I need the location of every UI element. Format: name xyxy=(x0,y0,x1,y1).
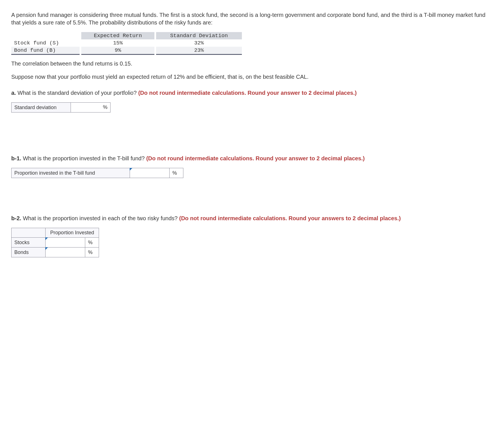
tbill-input-cell[interactable] xyxy=(130,168,170,178)
col-proportion: Proportion Invested xyxy=(46,228,99,238)
col-blank xyxy=(12,228,46,238)
question-a: a. What is the standard deviation of you… xyxy=(11,89,493,97)
q-hint: (Do not round intermediate calculations.… xyxy=(138,90,357,96)
table-row: Bond fund (B) 9% 23% xyxy=(11,47,242,55)
row-er: 15% xyxy=(80,39,155,47)
indicator-icon xyxy=(45,247,48,250)
table-row: Bonds % xyxy=(12,248,99,257)
answer-table-b2: Proportion Invested Stocks % Bonds % xyxy=(11,228,99,257)
unit-label: % xyxy=(85,248,99,257)
q-label: a. xyxy=(11,90,16,96)
answer-table-b1: Proportion invested in the T-bill fund % xyxy=(11,168,183,178)
row-sd: 32% xyxy=(155,39,242,47)
indicator-icon xyxy=(45,237,48,240)
q-hint: (Do not round intermediate calculations.… xyxy=(179,215,401,221)
q-text: What is the proportion invested in the T… xyxy=(23,155,146,161)
row-sd: 23% xyxy=(155,47,242,55)
bonds-input[interactable] xyxy=(58,249,82,255)
row-label: Proportion invested in the T-bill fund xyxy=(12,168,130,178)
tbill-input[interactable] xyxy=(143,170,166,176)
unit-label: % xyxy=(170,168,183,178)
intro-paragraph: A pension fund manager is considering th… xyxy=(11,11,493,26)
row-label: Stocks xyxy=(12,238,46,248)
bonds-input-cell[interactable] xyxy=(46,248,85,257)
unit-label: % xyxy=(85,238,99,248)
col-blank xyxy=(11,32,80,39)
correlation-text: The correlation between the fund returns… xyxy=(11,60,493,68)
q-text: What is the proportion invested in each … xyxy=(23,215,179,221)
q-label: b-1. xyxy=(11,155,21,161)
stocks-input-cell[interactable] xyxy=(46,238,85,248)
table-row: Stock fund (S) 15% 32% xyxy=(11,39,242,47)
row-label: Bond fund (B) xyxy=(11,47,80,55)
q-label: b-2. xyxy=(11,215,21,221)
indicator-icon xyxy=(130,168,132,171)
std-dev-input-cell[interactable]: % xyxy=(71,103,111,112)
suppose-text: Suppose now that your portfolio must yie… xyxy=(11,73,493,81)
fund-data-table: Expected Return Standard Deviation Stock… xyxy=(11,32,242,55)
row-label: Bonds xyxy=(12,248,46,257)
row-label: Stock fund (S) xyxy=(11,39,80,47)
row-label: Standard deviation xyxy=(12,103,71,112)
stocks-input[interactable] xyxy=(58,239,82,246)
col-std-dev: Standard Deviation xyxy=(155,32,242,39)
col-expected-return: Expected Return xyxy=(80,32,155,39)
question-b2: b-2. What is the proportion invested in … xyxy=(11,215,493,222)
q-text: What is the standard deviation of your p… xyxy=(17,90,138,96)
table-row: Stocks % xyxy=(12,238,99,248)
q-hint: (Do not round intermediate calculations.… xyxy=(146,155,365,161)
unit-label: % xyxy=(103,104,107,110)
row-er: 9% xyxy=(80,47,155,55)
std-dev-input[interactable] xyxy=(79,104,103,111)
answer-table-a: Standard deviation % xyxy=(11,102,111,112)
question-b1: b-1. What is the proportion invested in … xyxy=(11,155,493,162)
